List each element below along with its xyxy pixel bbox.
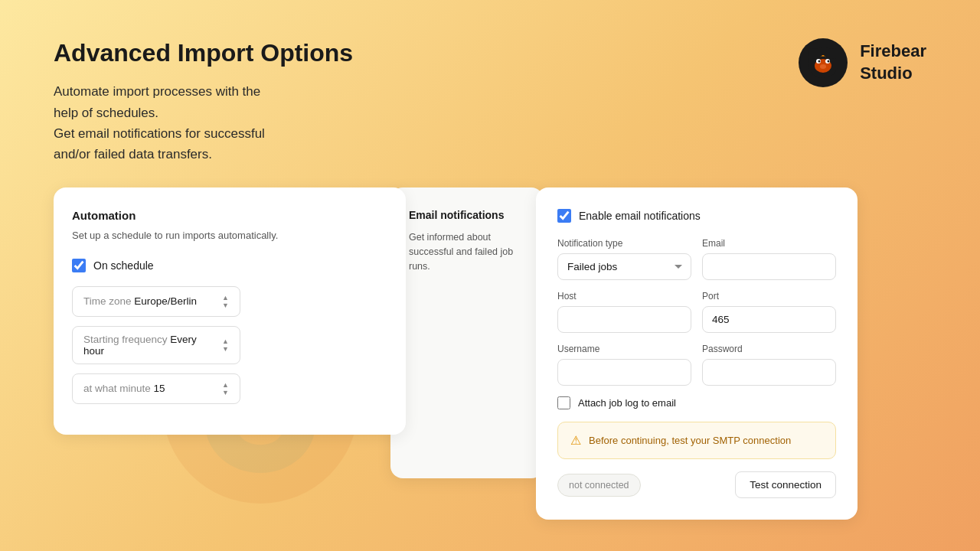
password-input[interactable] [702, 359, 836, 386]
automation-card-description: Set up a schedule to run imports automat… [72, 228, 387, 243]
attach-checkbox[interactable] [557, 396, 570, 409]
port-input[interactable] [702, 306, 836, 333]
timezone-label: Time zone [83, 295, 132, 307]
minute-value: 15 [154, 383, 165, 394]
form-top-grid: Notification type Failed jobs Successful… [557, 238, 836, 280]
enable-notifications-row: Enable email notifications [557, 209, 836, 223]
subtitle: Automate import processes with the help … [54, 81, 353, 165]
username-input[interactable] [557, 359, 691, 386]
svg-point-13 [818, 60, 821, 63]
warning-box: ⚠ Before continuing, test your SMTP conn… [557, 422, 836, 459]
header: Advanced Import Options Automate import … [54, 38, 926, 165]
form-bottom-grid: Username Password [557, 344, 836, 386]
username-label: Username [557, 344, 691, 354]
svg-point-8 [808, 48, 818, 59]
timezone-select[interactable]: Time zone Europe/Berlin ▲▼ [72, 286, 240, 317]
form-mid-grid: Host Port [557, 291, 836, 333]
email-panel-wrapper: Email notifications Get informed about s… [390, 187, 544, 478]
timezone-value: Europe/Berlin [134, 295, 197, 307]
svg-point-14 [828, 60, 830, 63]
enable-notifications-label: Enable email notifications [579, 210, 701, 222]
email-input[interactable] [702, 253, 836, 280]
svg-point-9 [828, 48, 838, 59]
on-schedule-checkbox[interactable] [72, 259, 86, 272]
notification-type-group: Notification type Failed jobs Successful… [557, 238, 691, 280]
password-label: Password [702, 344, 836, 354]
title-section: Advanced Import Options Automate import … [54, 38, 353, 165]
frequency-arrows: ▲▼ [222, 337, 229, 353]
minute-label: at what minute [83, 383, 151, 394]
notification-type-label: Notification type [557, 238, 691, 249]
host-input[interactable] [557, 306, 691, 333]
page-title: Advanced Import Options [54, 38, 353, 67]
email-panel-title: Email notifications [409, 209, 525, 221]
connection-row: not connected Test connection [557, 471, 836, 498]
minute-arrows: ▲▼ [222, 381, 229, 396]
email-side-panel: Email notifications Get informed about s… [390, 187, 544, 478]
username-group: Username [557, 344, 691, 386]
automation-card-title: Automation [72, 209, 387, 222]
test-connection-button[interactable]: Test connection [735, 471, 836, 498]
attach-row: Attach job log to email [557, 396, 836, 409]
password-group: Password [702, 344, 836, 386]
minute-select[interactable]: at what minute 15 ▲▼ [72, 373, 240, 404]
email-group: Email [702, 238, 836, 280]
email-form-card: Enable email notifications Notification … [536, 187, 858, 520]
frequency-label: Starting frequency [83, 334, 168, 345]
enable-notifications-checkbox[interactable] [557, 209, 571, 223]
warning-text: Before continuing, test your SMTP connec… [589, 435, 791, 446]
automation-card: Automation Set up a schedule to run impo… [54, 187, 406, 435]
attach-label: Attach job log to email [578, 397, 676, 409]
svg-point-15 [820, 64, 826, 69]
host-group: Host [557, 291, 691, 333]
port-group: Port [702, 291, 836, 333]
frequency-select[interactable]: Starting frequency Every hour ▲▼ [72, 326, 240, 364]
logo-area: Firebear Studio [799, 38, 926, 87]
on-schedule-row: On schedule [72, 259, 387, 272]
warning-icon: ⚠ [570, 433, 581, 448]
logo-text: Firebear Studio [860, 41, 926, 84]
firebear-logo-icon [799, 38, 848, 87]
email-panel-desc: Get informed about successful and failed… [409, 230, 525, 273]
on-schedule-label: On schedule [93, 259, 154, 272]
not-connected-badge: not connected [557, 474, 641, 497]
port-label: Port [702, 291, 836, 302]
cards-row: Automation Set up a schedule to run impo… [54, 187, 926, 520]
host-label: Host [557, 291, 691, 302]
email-label: Email [702, 238, 836, 249]
notification-type-select[interactable]: Failed jobs Successful jobs All jobs [557, 253, 691, 280]
timezone-arrows: ▲▼ [222, 294, 229, 309]
